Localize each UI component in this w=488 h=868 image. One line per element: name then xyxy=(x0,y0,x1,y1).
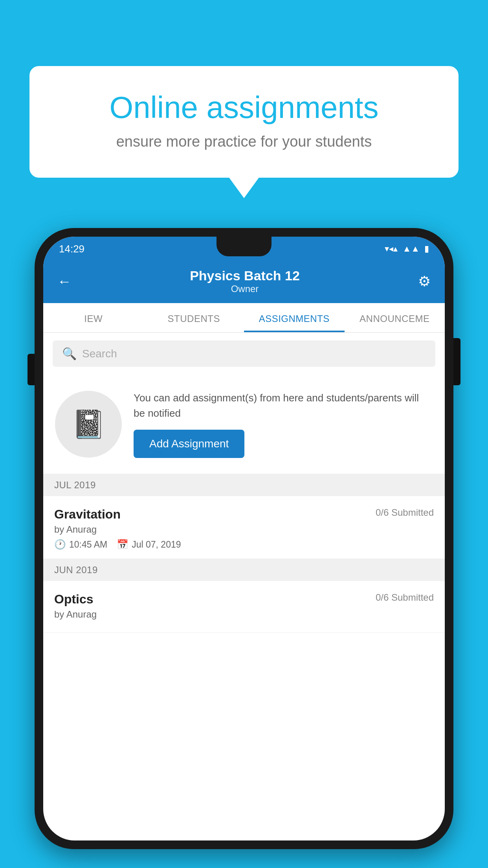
notebook-icon: 📓 xyxy=(72,408,106,440)
assignment-icon-circle: 📓 xyxy=(55,391,122,458)
assignment-row-top-2: Optics 0/6 Submitted xyxy=(54,592,434,607)
phone-screen: 14:29 ▾◂▴ ▲▲ ▮ ← Physics Batch 12 Owner … xyxy=(43,237,445,840)
tab-announcements[interactable]: ANNOUNCEME xyxy=(345,303,445,332)
tab-assignments[interactable]: ASSIGNMENTS xyxy=(244,303,345,332)
assignment-meta: 🕐 10:45 AM 📅 Jul 07, 2019 xyxy=(54,539,434,550)
signal-icon: ▲▲ xyxy=(402,244,420,254)
phone-outer: 14:29 ▾◂▴ ▲▲ ▮ ← Physics Batch 12 Owner … xyxy=(35,228,453,849)
speech-bubble-title: Online assignments xyxy=(61,90,427,125)
header-title: Physics Batch 12 xyxy=(190,268,300,283)
phone-mockup: 14:29 ▾◂▴ ▲▲ ▮ ← Physics Batch 12 Owner … xyxy=(35,228,453,849)
month-separator-jul: JUL 2019 xyxy=(43,474,445,496)
assignment-submitted-optics: 0/6 Submitted xyxy=(376,592,434,603)
add-section-text: You can add assignment(s) from here and … xyxy=(134,390,433,458)
wifi-icon: ▾◂▴ xyxy=(385,244,398,254)
app-header: ← Physics Batch 12 Owner ⚙ xyxy=(43,261,445,303)
speech-bubble-subtitle: ensure more practice for your students xyxy=(61,133,427,150)
assignment-item-optics[interactable]: Optics 0/6 Submitted by Anurag xyxy=(43,581,445,633)
assignment-by-optics: by Anurag xyxy=(54,609,434,620)
speech-bubble-card: Online assignments ensure more practice … xyxy=(29,66,459,178)
search-placeholder: Search xyxy=(82,348,117,360)
back-button[interactable]: ← xyxy=(57,273,72,290)
header-subtitle: Owner xyxy=(190,283,300,294)
assignment-submitted: 0/6 Submitted xyxy=(376,507,434,518)
clock-icon: 🕐 xyxy=(54,539,66,550)
status-bar: 14:29 ▾◂▴ ▲▲ ▮ xyxy=(43,237,445,261)
meta-time: 🕐 10:45 AM xyxy=(54,539,107,550)
notch xyxy=(216,237,272,256)
assignment-time: 10:45 AM xyxy=(69,539,107,550)
tabs-bar: IEW STUDENTS ASSIGNMENTS ANNOUNCEME xyxy=(43,303,445,333)
assignment-by: by Anurag xyxy=(54,524,434,535)
header-title-group: Physics Batch 12 Owner xyxy=(190,268,300,294)
settings-icon[interactable]: ⚙ xyxy=(418,273,431,290)
month-separator-jun: JUN 2019 xyxy=(43,559,445,581)
assignment-date: Jul 07, 2019 xyxy=(132,539,181,550)
search-icon: 🔍 xyxy=(62,347,77,360)
add-section-description: You can add assignment(s) from here and … xyxy=(134,390,433,421)
search-bar[interactable]: 🔍 Search xyxy=(53,340,435,367)
assignment-name: Gravitation xyxy=(54,507,121,522)
status-icons: ▾◂▴ ▲▲ ▮ xyxy=(385,244,429,254)
tab-iew[interactable]: IEW xyxy=(43,303,144,332)
calendar-icon: 📅 xyxy=(117,539,128,550)
status-time: 14:29 xyxy=(59,243,84,255)
tab-students[interactable]: STUDENTS xyxy=(144,303,244,332)
assignment-name-optics: Optics xyxy=(54,592,94,607)
assignment-row-top: Gravitation 0/6 Submitted xyxy=(54,507,434,522)
add-assignment-section: 📓 You can add assignment(s) from here an… xyxy=(43,375,445,474)
battery-icon: ▮ xyxy=(424,244,429,254)
assignment-item-gravitation[interactable]: Gravitation 0/6 Submitted by Anurag 🕐 10… xyxy=(43,496,445,559)
add-assignment-button[interactable]: Add Assignment xyxy=(134,430,244,458)
search-container: 🔍 Search xyxy=(43,333,445,375)
meta-date: 📅 Jul 07, 2019 xyxy=(117,539,181,550)
